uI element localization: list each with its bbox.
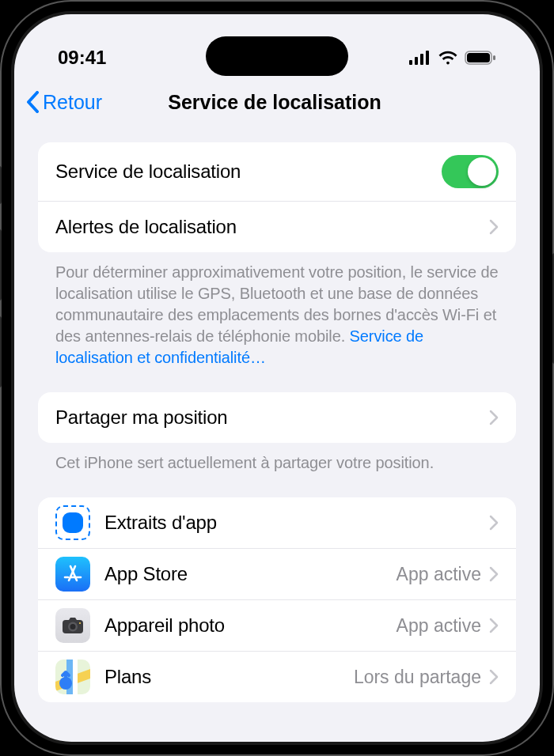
row-app-clips[interactable]: Extraits d'app xyxy=(38,497,516,549)
alerts-label: Alertes de localisation xyxy=(55,216,489,238)
device-frame: 09:41 Retour Service de localisation Ser… xyxy=(0,0,554,756)
group-share-location: Partager ma position xyxy=(38,392,516,443)
cellular-icon xyxy=(409,51,431,65)
nav-bar: Retour Service de localisation xyxy=(14,77,540,127)
chevron-right-icon xyxy=(489,219,499,235)
row-location-toggle[interactable]: Service de localisation xyxy=(38,142,516,202)
camera-icon xyxy=(55,608,90,643)
row-share-location[interactable]: Partager ma position xyxy=(38,392,516,443)
svg-point-9 xyxy=(70,624,76,629)
location-services-toggle[interactable] xyxy=(442,155,499,188)
chevron-right-icon xyxy=(489,669,499,685)
toggle-knob xyxy=(468,157,496,186)
chevron-right-icon xyxy=(489,410,499,425)
chevron-right-icon xyxy=(489,566,499,582)
back-label: Retour xyxy=(43,91,102,114)
app-detail: App active xyxy=(397,615,481,637)
group2-footer: Cet iPhone sert actuellement à partager … xyxy=(38,443,516,474)
status-time: 09:41 xyxy=(58,47,106,69)
toggle-label: Service de localisation xyxy=(55,161,442,183)
chevron-right-icon xyxy=(489,618,499,633)
chevron-left-icon xyxy=(25,91,40,113)
group-location-main: Service de localisation Alertes de local… xyxy=(38,142,516,252)
status-indicators xyxy=(409,51,496,65)
svg-rect-6 xyxy=(493,55,495,60)
row-app-store[interactable]: App Store App active xyxy=(38,549,516,600)
app-label: App Store xyxy=(104,563,397,585)
app-detail: Lors du partage xyxy=(354,667,481,688)
app-detail: App active xyxy=(397,564,481,585)
app-label: Plans xyxy=(104,666,354,688)
svg-rect-1 xyxy=(415,57,418,65)
app-label: Appareil photo xyxy=(104,614,397,637)
volume-down-button xyxy=(0,316,2,387)
wifi-icon xyxy=(438,51,458,65)
battery-icon xyxy=(465,51,496,65)
row-maps[interactable]: Plans Lors du partage xyxy=(38,652,516,702)
svg-rect-2 xyxy=(420,54,423,65)
dynamic-island xyxy=(206,36,348,76)
row-camera[interactable]: Appareil photo App active xyxy=(38,600,516,652)
mute-switch xyxy=(0,166,2,204)
back-button[interactable]: Retour xyxy=(25,91,102,114)
screen: 09:41 Retour Service de localisation Ser… xyxy=(14,14,540,742)
app-store-icon xyxy=(55,557,90,592)
share-label: Partager ma position xyxy=(55,406,489,429)
group-apps: Extraits d'app App Store App active xyxy=(38,497,516,702)
maps-icon xyxy=(55,660,90,694)
svg-point-10 xyxy=(79,622,81,624)
content-scroll[interactable]: Service de localisation Alertes de local… xyxy=(14,127,540,742)
volume-up-button xyxy=(0,229,2,301)
svg-rect-0 xyxy=(409,60,412,65)
row-location-alerts[interactable]: Alertes de localisation xyxy=(38,202,516,252)
app-label: Extraits d'app xyxy=(104,512,481,534)
svg-rect-5 xyxy=(467,53,490,62)
app-clips-icon xyxy=(55,505,90,540)
footer-text-body: Pour déterminer approximativement votre … xyxy=(55,263,499,345)
group1-footer: Pour déterminer approximativement votre … xyxy=(38,252,516,369)
svg-rect-3 xyxy=(426,51,429,65)
chevron-right-icon xyxy=(489,515,499,531)
